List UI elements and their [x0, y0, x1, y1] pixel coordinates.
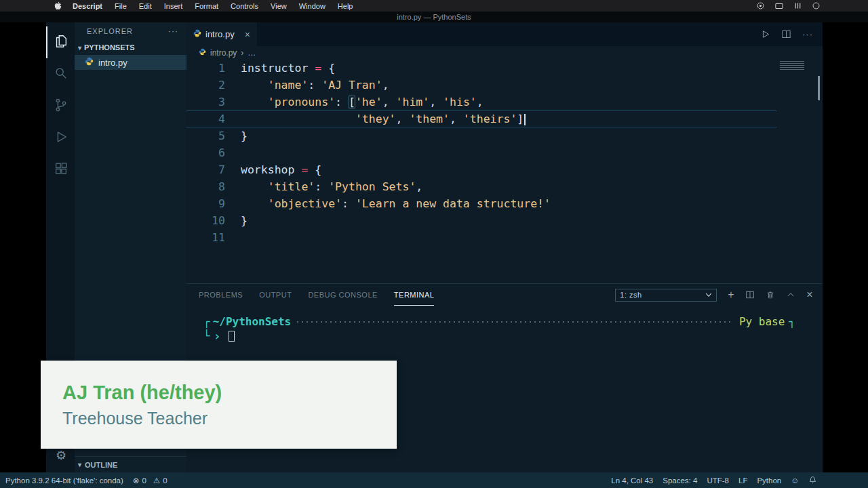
python-file-icon — [193, 29, 201, 39]
activity-source-control[interactable] — [46, 90, 75, 122]
menu-app-name[interactable]: Descript — [73, 2, 102, 10]
code-text — [225, 229, 241, 246]
menu-help[interactable]: Help — [338, 2, 353, 10]
line-number: 4 — [186, 111, 225, 127]
explorer-title: EXPLORER — [87, 27, 133, 35]
kill-terminal-icon[interactable] — [766, 290, 775, 300]
breadcrumb[interactable]: intro.py › … — [186, 46, 823, 60]
file-name: intro.py — [98, 58, 127, 68]
new-terminal-icon[interactable]: + — [728, 289, 734, 301]
code-lines[interactable]: 1instructor = {2 'name': 'AJ Tran',3 'pr… — [186, 60, 776, 283]
menu-format[interactable]: Format — [195, 2, 218, 10]
record-icon[interactable] — [756, 1, 765, 10]
control-center-icon[interactable] — [812, 1, 821, 10]
prompt-corner-top-right: ┐ — [789, 315, 795, 328]
line-number: 5 — [186, 127, 225, 144]
activity-explorer[interactable] — [46, 26, 75, 58]
code-text: workshop = { — [225, 161, 321, 178]
menu-edit[interactable]: Edit — [139, 2, 152, 10]
display-icon[interactable] — [774, 2, 784, 10]
code-line[interactable]: 6 — [186, 144, 776, 161]
code-line[interactable]: 11 — [186, 229, 776, 246]
terminal-input-line[interactable]: └ › — [203, 329, 795, 343]
code-line[interactable]: 1instructor = { — [186, 60, 776, 77]
panel-controls: 1: zsh + — [615, 284, 823, 306]
search-icon — [54, 66, 68, 83]
status-left: Python 3.9.2 64-bit ('flake': conda) ⊗ 0… — [5, 476, 167, 485]
breadcrumb-file[interactable]: intro.py — [210, 48, 237, 58]
eol-sequence[interactable]: LF — [738, 476, 747, 485]
feedback-smiley-icon[interactable]: ☺ — [791, 476, 799, 485]
tab-debug-console[interactable]: DEBUG CONSOLE — [308, 284, 377, 306]
code-line[interactable]: 3 'pronouns': ['he', 'him', 'his', — [186, 94, 776, 110]
warning-icon: ⚠ — [153, 476, 160, 485]
tab-intro-py[interactable]: intro.py × — [186, 22, 257, 46]
maximize-panel-icon[interactable] — [786, 290, 795, 300]
terminal-prompt-line: ┌ ~/PythonSets Py base ┐ — [203, 314, 795, 329]
window-titlebar[interactable]: intro.py — PythonSets — [0, 12, 868, 22]
notifications-bell-icon[interactable] — [808, 476, 817, 485]
explorer-more-icon[interactable]: ··· — [168, 26, 178, 36]
code-line[interactable]: 8 'title': 'Python Sets', — [186, 178, 776, 195]
chevron-down-icon — [705, 292, 712, 298]
code-editor[interactable]: 1instructor = {2 'name': 'AJ Tran',3 'pr… — [186, 60, 823, 283]
file-intro-py[interactable]: intro.py — [75, 55, 186, 70]
split-editor-icon[interactable] — [781, 29, 791, 39]
activity-extensions[interactable] — [46, 154, 75, 186]
shell-selector[interactable]: 1: zsh — [615, 289, 717, 302]
columns-icon[interactable] — [793, 1, 802, 10]
more-actions-icon[interactable]: ··· — [802, 29, 813, 39]
screen: Descript File Edit Insert Format Control… — [0, 0, 868, 488]
menu-file[interactable]: File — [115, 2, 127, 10]
breadcrumb-more[interactable]: … — [248, 48, 256, 58]
code-line[interactable]: 10} — [186, 212, 776, 229]
code-line[interactable]: 4 'they', 'them', 'theirs'] — [186, 110, 776, 127]
scrollbar[interactable] — [818, 76, 820, 100]
python-interpreter[interactable]: Python 3.9.2 64-bit ('flake': conda) — [5, 476, 123, 485]
code-text: } — [225, 212, 248, 229]
menu-insert[interactable]: Insert — [164, 2, 183, 10]
close-panel-icon[interactable]: × — [806, 289, 813, 301]
split-terminal-icon[interactable] — [745, 290, 755, 300]
run-file-icon[interactable] — [760, 29, 770, 39]
code-line[interactable]: 2 'name': 'AJ Tran', — [186, 77, 776, 94]
folder-name: PYTHONSETS — [84, 43, 135, 52]
line-number: 11 — [186, 229, 225, 246]
prompt-corner-bottom-left: └ — [203, 329, 210, 342]
menu-view[interactable]: View — [271, 2, 287, 10]
outline-section[interactable]: ▾ OUTLINE — [75, 456, 186, 472]
code-text: 'objective': 'Learn a new data structure… — [225, 195, 551, 212]
code-text: 'name': 'AJ Tran', — [225, 77, 389, 94]
code-line[interactable]: 5} — [186, 127, 776, 144]
gear-icon: ⚙ — [56, 448, 66, 463]
tab-output[interactable]: OUTPUT — [259, 284, 292, 306]
folder-pythonsets[interactable]: ▾ PYTHONSETS — [75, 40, 186, 55]
code-text: 'pronouns': ['he', 'him', 'his', — [225, 94, 484, 110]
activity-run-debug[interactable] — [46, 122, 75, 154]
status-bar: Python 3.9.2 64-bit ('flake': conda) ⊗ 0… — [0, 472, 868, 488]
language-mode[interactable]: Python — [757, 476, 781, 485]
line-number: 1 — [186, 60, 225, 77]
cursor-position[interactable]: Ln 4, Col 43 — [611, 476, 653, 485]
menu-controls[interactable]: Controls — [231, 2, 258, 10]
encoding[interactable]: UTF-8 — [707, 476, 729, 485]
problems-summary[interactable]: ⊗ 0 ⚠ 0 — [133, 476, 167, 485]
menu-window[interactable]: Window — [299, 2, 326, 10]
activity-search[interactable] — [46, 58, 75, 90]
minimap[interactable] — [780, 61, 804, 70]
tab-terminal[interactable]: TERMINAL — [394, 284, 435, 306]
error-count: 0 — [142, 476, 146, 485]
outline-label: OUTLINE — [85, 461, 117, 469]
indentation[interactable]: Spaces: 4 — [663, 476, 697, 485]
line-number: 9 — [186, 195, 225, 212]
code-line[interactable]: 9 'objective': 'Learn a new data structu… — [186, 195, 776, 212]
code-line[interactable]: 7workshop = { — [186, 161, 776, 178]
line-number: 8 — [186, 178, 225, 195]
tab-problems[interactable]: PROBLEMS — [199, 284, 243, 306]
apple-menu-icon[interactable] — [54, 1, 62, 10]
source-control-icon — [54, 98, 68, 115]
close-icon[interactable]: × — [245, 29, 250, 40]
code-text: 'title': 'Python Sets', — [225, 178, 422, 195]
lower-third-overlay: AJ Tran (he/they) Treehouse Teacher — [41, 361, 397, 449]
shell-selector-value: 1: zsh — [620, 291, 642, 299]
